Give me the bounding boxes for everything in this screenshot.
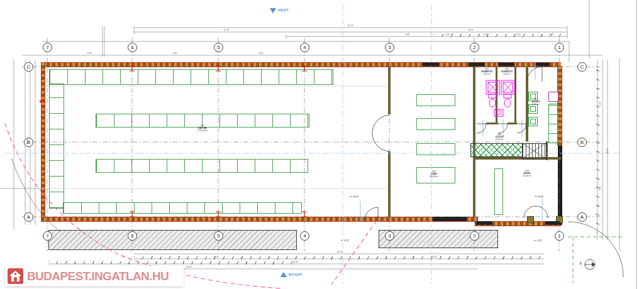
- hud-layer: KELET NYUGAT É: [0, 0, 644, 289]
- watermark-logo: BUDAPEST.INGATLAN.HU: [5, 266, 184, 286]
- compass-west-icon: [280, 272, 287, 277]
- compass-west-label: NYUGAT: [289, 273, 302, 276]
- floor-plan-canvas: 76543217654321CBACBA47,7627,7616,224,852…: [0, 0, 644, 289]
- compass-east-icon: [270, 8, 276, 13]
- compass-east-label: KELET: [278, 9, 289, 12]
- watermark-text: BUDAPEST.INGATLAN.HU: [27, 270, 169, 283]
- north-label: É: [580, 262, 582, 265]
- house-icon: [8, 268, 23, 284]
